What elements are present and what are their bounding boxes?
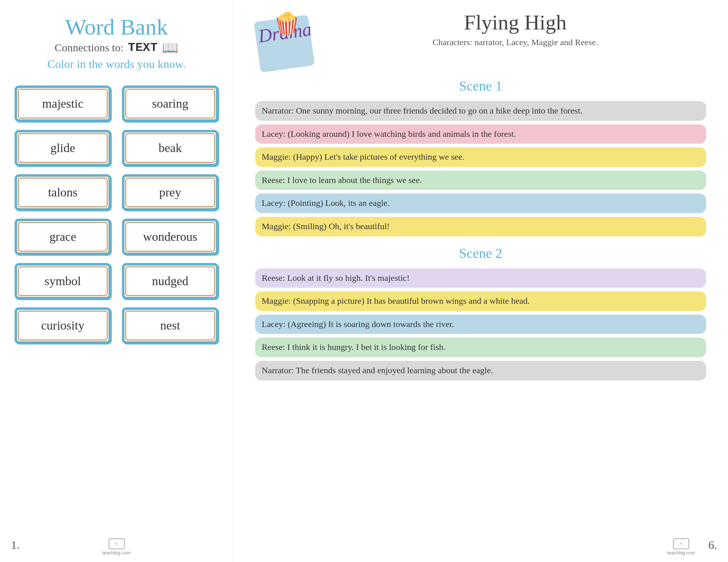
word-card-text: symbol [44,274,81,288]
book-icon: 📖 [162,40,178,55]
drama-header: 🍿 Drama Flying High Characters: narrator… [255,11,706,69]
word-card-text: nest [160,319,180,332]
word-card[interactable]: prey [122,174,218,211]
word-card-text: nudged [152,274,188,288]
word-card-text: wonderous [143,230,197,244]
logo-left: ✎ teachbig.com [102,538,130,555]
word-card[interactable]: majestic [15,85,111,122]
flying-high-section: Flying High Characters: narrator, Lacey,… [324,11,706,56]
page-number-left: 1. [11,538,20,552]
word-card-text: curiosity [41,319,84,332]
word-card[interactable]: talons [15,174,111,211]
word-grid: majesticsoaringglidebeaktalonspreygracew… [15,85,218,344]
word-card-text: grace [50,230,76,244]
logo-text-left: teachbig.com [102,550,130,555]
word-card[interactable]: nest [122,307,218,344]
dialogue-bubble-1-1: Narrator: One sunny morning, our three f… [255,101,706,121]
word-card-text: prey [159,186,181,199]
logo-mark-left: ✎ [108,538,124,549]
all-scenes: Scene 1Narrator: One sunny morning, our … [255,73,706,380]
word-card-text: majestic [42,97,83,111]
dialogue-bubble-2-4: Reese: I think it is hungry. I bet it is… [255,338,706,357]
right-panel: 🍿 Drama Flying High Characters: narrator… [233,0,728,562]
left-panel: Word Bank Connections to: TEXT 📖 Color i… [0,0,233,562]
dialogue-bubble-1-2: Lacey: (Looking around) I love watching … [255,124,706,144]
dialogue-bubble-2-1: Reese: Look at it fly so high. It's maje… [255,268,706,288]
word-card[interactable]: soaring [122,85,218,122]
dialogue-bubble-2-3: Lacey: (Agreeing) It is soaring down tow… [255,315,706,334]
word-card-text: glide [51,141,75,155]
flying-high-title: Flying High [324,11,706,34]
connections-line: Connections to: TEXT 📖 [55,40,178,55]
dialogue-bubble-2-2: Maggie: (Snapping a picture) It has beau… [255,291,706,311]
word-card-text: beak [158,141,182,155]
word-card-text: soaring [152,97,188,111]
logo-right: ✎ teachbig.com [667,538,695,555]
dialogue-bubble-1-4: Reese: I love to learn about the things … [255,171,706,190]
connections-label: Connections to: [55,41,123,54]
word-bank-title: Word Bank [65,15,168,39]
logo-mark-right: ✎ [673,538,689,549]
word-card[interactable]: curiosity [15,307,111,344]
connections-type: TEXT [128,41,158,55]
dialogue-bubble-1-5: Lacey: (Pointing) Look, its an eagle. [255,194,706,213]
word-card[interactable]: glide [15,130,111,166]
dialogue-bubble-2-5: Narrator: The friends stayed and enjoyed… [255,361,706,380]
word-card[interactable]: wonderous [122,219,218,255]
word-card[interactable]: grace [15,219,111,255]
popcorn-icon: 🍿 [273,11,301,37]
page-number-right: 6. [708,538,717,552]
word-card[interactable]: beak [122,130,218,166]
color-instruction: Color in the words you know. [47,57,186,71]
dialogue-bubble-1-3: Maggie: (Happy) Let's take pictures of e… [255,147,706,167]
drama-badge: 🍿 Drama [255,11,313,69]
dialogue-bubble-1-6: Maggie: (Smiling) Oh, it's beautiful! [255,217,706,236]
word-card[interactable]: symbol [15,263,111,299]
word-card-text: talons [48,186,78,199]
scene-title-1: Scene 1 [255,78,706,94]
word-card[interactable]: nudged [122,263,218,299]
scene-title-2: Scene 2 [255,245,706,261]
characters-line: Characters: narrator, Lacey, Maggie and … [324,36,706,49]
logo-text-right: teachbig.com [667,550,695,555]
